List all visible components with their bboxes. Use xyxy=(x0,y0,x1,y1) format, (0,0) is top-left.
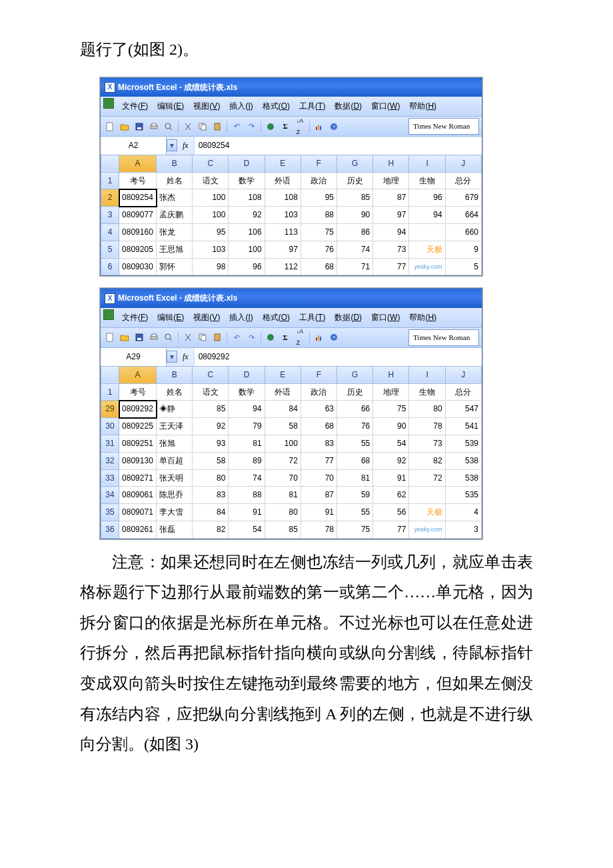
cell[interactable]: 68 xyxy=(337,452,373,469)
cell[interactable]: 5 xyxy=(445,258,481,275)
row-header-31[interactable]: 31 xyxy=(101,435,119,452)
menu-文件[interactable]: 文件(F) xyxy=(118,309,152,326)
chart-icon[interactable] xyxy=(312,120,326,133)
cell[interactable]: 96 xyxy=(229,258,265,275)
cell[interactable]: 54 xyxy=(373,435,409,452)
cell[interactable]: 103 xyxy=(265,207,301,224)
cell[interactable]: 73 xyxy=(409,435,445,452)
name-box[interactable]: A2 xyxy=(101,137,167,155)
cell[interactable]: 66 xyxy=(337,401,373,418)
help-icon[interactable]: ? xyxy=(327,331,340,344)
header-cell[interactable]: 地理 xyxy=(373,172,409,189)
header-cell[interactable]: 考号 xyxy=(119,172,157,189)
cell[interactable]: 77 xyxy=(373,521,409,538)
cell[interactable]: 0809271 xyxy=(119,469,157,487)
cell[interactable]: 70 xyxy=(301,469,336,487)
cell[interactable]: 75 xyxy=(337,521,373,538)
help-icon[interactable]: ? xyxy=(327,120,340,133)
cell[interactable]: 80 xyxy=(193,469,229,487)
cell[interactable]: 80 xyxy=(409,401,445,418)
cell[interactable]: 113 xyxy=(265,224,301,241)
row-header-33[interactable]: 33 xyxy=(101,469,119,487)
cell[interactable]: 81 xyxy=(265,487,301,504)
row-header-36[interactable]: 36 xyxy=(101,521,119,538)
cell[interactable]: 92 xyxy=(373,452,409,469)
cell[interactable]: 88 xyxy=(229,487,265,504)
header-cell[interactable]: 地理 xyxy=(373,383,409,401)
cell[interactable]: 天极 xyxy=(409,241,445,258)
cell[interactable]: 660 xyxy=(445,224,481,241)
row-header-4[interactable]: 4 xyxy=(101,224,119,241)
row-header-29[interactable]: 29 xyxy=(101,401,119,418)
col-header-B[interactable]: B xyxy=(157,155,193,172)
row-header-6[interactable]: 6 xyxy=(101,258,119,275)
menu-编辑[interactable]: 编辑(E) xyxy=(153,98,188,115)
cell[interactable]: 82 xyxy=(409,452,445,469)
cell[interactable]: 0809205 xyxy=(119,241,157,258)
cell[interactable]: 84 xyxy=(265,401,301,418)
cell[interactable]: 94 xyxy=(409,207,445,224)
col-header-J[interactable]: J xyxy=(445,155,481,172)
menu-帮助[interactable]: 帮助(H) xyxy=(405,98,440,115)
menu-视图[interactable]: 视图(V) xyxy=(189,309,224,326)
col-header-C[interactable]: C xyxy=(193,155,229,172)
cell[interactable]: 张磊 xyxy=(157,521,193,538)
cell[interactable]: 56 xyxy=(373,504,409,521)
font-selector[interactable]: Times New Roman xyxy=(408,118,479,135)
cell[interactable]: 0809071 xyxy=(119,504,157,521)
namebox-dropdown-icon[interactable]: ▾ xyxy=(167,139,177,151)
header-cell[interactable]: 政治 xyxy=(301,383,336,401)
cell[interactable]: 96 xyxy=(409,189,445,207)
cell[interactable]: 天极 xyxy=(409,504,445,521)
col-header-J[interactable]: J xyxy=(445,366,481,383)
cell[interactable]: 0809030 xyxy=(119,258,157,275)
paste-icon[interactable] xyxy=(211,120,224,133)
cell[interactable]: 0809225 xyxy=(119,418,157,435)
cell[interactable]: 83 xyxy=(301,435,336,452)
spreadsheet-grid[interactable]: ABCDEFGHIJ1考号姓名语文数学外语政治历史地理生物总分290809292… xyxy=(101,366,482,539)
cell[interactable] xyxy=(409,224,445,241)
cell[interactable]: 664 xyxy=(445,207,481,224)
cell[interactable]: 王天泽 xyxy=(157,418,193,435)
hyperlink-icon[interactable] xyxy=(264,120,277,133)
menu-编辑[interactable]: 编辑(E) xyxy=(153,309,188,326)
cell[interactable]: 85 xyxy=(337,189,373,207)
open-icon[interactable] xyxy=(118,120,131,133)
fx-label-icon[interactable]: fx xyxy=(177,138,194,153)
menu-帮助[interactable]: 帮助(H) xyxy=(405,309,440,326)
print-icon[interactable] xyxy=(147,120,161,133)
cell[interactable]: 84 xyxy=(193,504,229,521)
spreadsheet-grid[interactable]: ABCDEFGHIJ1考号姓名语文数学外语政治历史地理生物总分20809254张… xyxy=(101,155,482,276)
cell[interactable]: 93 xyxy=(193,435,229,452)
cell[interactable]: 90 xyxy=(337,207,373,224)
menu-窗口[interactable]: 窗口(W) xyxy=(367,309,404,326)
cell[interactable]: 0809160 xyxy=(119,224,157,241)
select-all-corner[interactable] xyxy=(101,155,119,172)
col-header-I[interactable]: I xyxy=(409,155,445,172)
cell[interactable]: 81 xyxy=(229,435,265,452)
header-cell[interactable]: 外语 xyxy=(265,172,301,189)
cell[interactable]: ◈静 xyxy=(157,401,193,418)
header-cell[interactable]: 外语 xyxy=(265,383,301,401)
cell[interactable]: 103 xyxy=(193,241,229,258)
row-header-30[interactable]: 30 xyxy=(101,418,119,435)
row-header-34[interactable]: 34 xyxy=(101,487,119,504)
cell[interactable]: 68 xyxy=(301,418,336,435)
cell[interactable]: 58 xyxy=(193,452,229,469)
sort-asc-icon[interactable]: ↓AZ xyxy=(293,331,306,344)
new-file-icon[interactable] xyxy=(103,331,117,344)
cell[interactable]: 王思旭 xyxy=(157,241,193,258)
cell[interactable]: 100 xyxy=(193,189,229,207)
cell[interactable]: 张天明 xyxy=(157,469,193,487)
cell[interactable]: 孟庆鹏 xyxy=(157,207,193,224)
menu-插入[interactable]: 插入(I) xyxy=(225,98,257,115)
cell[interactable]: yesky.com xyxy=(409,258,445,275)
formula-input[interactable]: 0809292 xyxy=(194,348,482,366)
cell[interactable]: 94 xyxy=(373,224,409,241)
cell[interactable]: 74 xyxy=(229,469,265,487)
col-header-F[interactable]: F xyxy=(301,155,336,172)
col-header-B[interactable]: B xyxy=(157,366,193,383)
formula-input[interactable]: 0809254 xyxy=(194,137,482,155)
cell[interactable]: 63 xyxy=(301,401,336,418)
col-header-E[interactable]: E xyxy=(265,155,301,172)
